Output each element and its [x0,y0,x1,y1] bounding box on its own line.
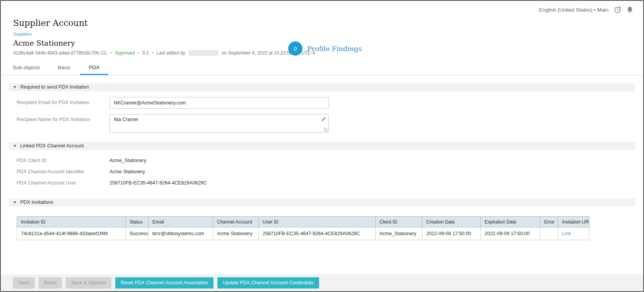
app-window: English (United States) • Main Supplier … [0,0,644,292]
cell-channel-account: Acme Stationery [213,227,259,240]
redacted-user-name [188,50,219,56]
col-creation-date: Creation Date [422,217,481,227]
notifications-icon[interactable] [627,6,633,14]
col-error: Error [540,217,558,227]
reset-pdx-channel-account-association-button[interactable]: Reset PDX Channel Account Association [115,277,214,289]
table-header-row: Invitation ID Status Email Channel Accou… [17,217,589,227]
tab-pdx[interactable]: PDX [80,65,109,75]
section-title: PDX Invitations [20,200,53,205]
meta-separator: • [152,51,154,55]
col-user-id: User ID [259,217,376,227]
channel-account-user-value: 258710FB-EC35-4647-9264-4CE829A0629C [109,180,207,186]
edit-pencil-icon[interactable] [321,116,326,123]
recipient-email-input[interactable] [109,97,329,109]
ro-row-channel-account-user: PDX Channel Account User 258710FB-EC35-4… [9,177,635,188]
profile-findings-label[interactable]: Profile Findings [307,45,362,53]
last-edited-prefix: Last edited by [156,50,185,56]
meta-separator: • [111,51,112,55]
page-header: Supplier Account Suppliers Acme Statione… [1,18,643,56]
cell-expiration-date: 2022-09-09 17:50:00 [481,227,540,240]
invitation-url-link[interactable]: Link [562,231,571,236]
update-pdx-channel-account-credentials-button[interactable]: Update PDX Channel Account Credentials [217,277,319,289]
col-channel-account: Channel Account [213,217,259,227]
table-row[interactable]: 74c8131e-d544-414f-9686-433aeef1f4fd Suc… [17,227,589,240]
recipient-name-textarea[interactable]: Nia Cramer [109,114,329,133]
pdx-client-id-value: Acme_Stationery [109,158,146,163]
invitations-table: Invitation ID Status Email Channel Accou… [17,216,589,240]
history-icon[interactable] [614,6,621,14]
col-email: Email [149,217,213,227]
profile-findings-count-badge[interactable]: 0 [288,41,302,56]
textarea-resize-grip[interactable] [324,128,328,132]
col-client-id: Client ID [376,217,422,227]
version-label: 0.2 [142,50,149,56]
page-title: Supplier Account [13,18,643,28]
cell-invitation-url: Link [558,227,589,240]
form-row-recipient-email: Recipient Email for PDX Invitation [9,97,635,109]
entity-id: 41d6c4a9-344b-4943-a4ed-d779918c70fc-CL [13,50,108,56]
ro-row-pdx-client-id: PDX Client ID Acme_Stationery [9,155,635,166]
action-bar: Save Reset Save & Approve Reset PDX Chan… [1,274,643,291]
col-invitation-url: Invitation URL [558,217,589,227]
cell-invitation-id: 74c8131e-d544-414f-9686-433aeef1f4fd [17,227,126,240]
cell-error [540,227,558,240]
cell-client-id: Acme_Stationery [376,227,422,240]
profile-findings[interactable]: 0 Profile Findings [288,41,362,56]
invitation-form: Recipient Email for PDX Invitation Recip… [9,91,635,142]
save-approve-button[interactable]: Save & Approve [66,277,111,289]
tab-basic[interactable]: Basic [58,65,71,75]
channel-account-user-label: PDX Channel Account User [9,180,109,186]
ro-row-channel-account-identifier: PDX Channel Account Identifier Acme Stat… [9,166,635,177]
tab-bar: Sub objects Basic PDX [1,63,643,75]
meta-separator: • [138,51,139,55]
pdx-client-id-label: PDX Client ID [9,158,109,163]
cell-status: Success [126,227,149,240]
section-header-required-invitation[interactable]: ▼ Required to send PDX invitation [9,83,635,91]
col-status: Status [126,217,149,227]
channel-account-identifier-label: PDX Channel Account Identifier [9,169,109,174]
form-row-recipient-name: Recipient Name for PDX Invitation Nia Cr… [9,114,635,133]
locale-context-label[interactable]: English (United States) • Main [539,7,608,13]
collapse-arrow-icon[interactable]: ▼ [13,85,17,89]
collapse-arrow-icon[interactable]: ▼ [13,200,17,204]
col-invitation-id: Invitation ID [17,217,126,227]
col-expiration-date: Expiration Date [481,217,540,227]
invitations-table-wrap: Invitation ID Status Email Channel Accou… [9,207,635,251]
tab-sub-objects[interactable]: Sub objects [13,65,40,75]
status-badge: Approved [115,50,135,56]
section-title: Linked PDX Channel Account [20,143,84,149]
main-content: ▼ Required to send PDX invitation Recipi… [1,75,643,251]
section-title: Required to send PDX invitation [20,84,89,90]
channel-account-identifier-value: Acme Stationery [109,169,145,174]
reset-button[interactable]: Reset [39,277,62,289]
linked-account-fields: PDX Client ID Acme_Stationery PDX Channe… [9,150,635,198]
section-header-linked-account[interactable]: ▼ Linked PDX Channel Account [9,142,635,150]
cell-user-id: 258710FB-EC35-4647-9264-4CE829A0629C [259,227,376,240]
recipient-name-label: Recipient Name for PDX Invitation [9,114,109,122]
section-header-pdx-invitations[interactable]: ▼ PDX Invitations [9,198,635,207]
collapse-arrow-icon[interactable]: ▼ [13,144,17,148]
recipient-email-label: Recipient Email for PDX Invitation [9,97,109,105]
topbar: English (United States) • Main [1,1,643,14]
cell-email: brcr@stibosystems.com [149,227,213,240]
save-button[interactable]: Save [13,277,35,289]
cell-creation-date: 2022-09-08 17:50:00 [422,227,481,240]
recipient-name-field: Nia Cramer [109,114,329,133]
breadcrumb-suppliers-link[interactable]: Suppliers [13,32,32,36]
